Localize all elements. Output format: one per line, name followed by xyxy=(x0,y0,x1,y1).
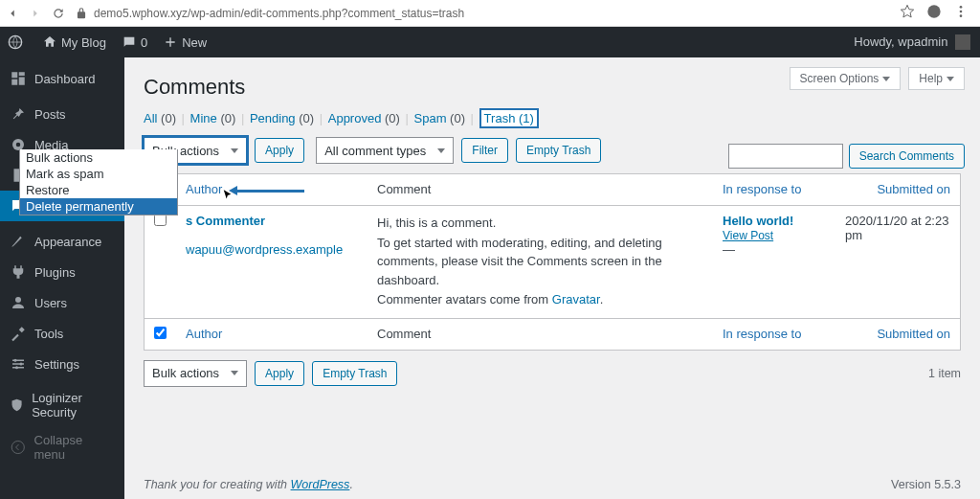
search-input[interactable] xyxy=(728,144,843,169)
svg-point-0 xyxy=(927,5,940,17)
select-all-footer[interactable] xyxy=(145,318,176,350)
bulk-option-spam[interactable]: Mark as spam xyxy=(20,166,177,182)
chevron-down-icon xyxy=(231,371,238,375)
col-date-footer[interactable]: Submitted on xyxy=(835,318,960,350)
comments-bubble[interactable]: 0 xyxy=(114,27,155,57)
svg-point-13 xyxy=(15,366,18,369)
tools-icon xyxy=(10,325,27,342)
row-checkbox[interactable] xyxy=(145,206,176,318)
profile-icon[interactable] xyxy=(926,4,942,22)
sidebar-item-collapse[interactable]: Collapse menu xyxy=(0,426,124,468)
response-title-link[interactable]: Hello world! xyxy=(723,214,793,228)
lock-icon xyxy=(75,7,88,20)
settings-icon xyxy=(10,355,27,373)
col-date[interactable]: Submitted on xyxy=(835,174,960,206)
back-icon[interactable] xyxy=(6,7,19,20)
svg-point-3 xyxy=(960,14,963,17)
apply-button-bottom[interactable]: Apply xyxy=(255,361,304,386)
svg-point-11 xyxy=(14,359,17,362)
filter-pending[interactable]: Pending xyxy=(250,111,296,125)
admin-footer: Thank you for creating with WordPress. V… xyxy=(144,470,961,499)
chevron-down-icon xyxy=(437,148,445,153)
filter-approved[interactable]: Approved xyxy=(328,111,382,125)
filter-spam[interactable]: Spam xyxy=(414,111,447,125)
chevron-down-icon xyxy=(947,77,954,81)
svg-point-12 xyxy=(20,363,23,366)
bulk-option-delete-permanently[interactable]: Delete permanently xyxy=(20,198,177,215)
sidebar-item-users[interactable]: Users xyxy=(0,287,124,318)
svg-point-2 xyxy=(960,11,963,13)
gravatar-link[interactable]: Gravatar xyxy=(552,292,600,306)
svg-point-7 xyxy=(15,297,21,303)
row-date: 2020/11/20 at 2:23 pm xyxy=(835,206,960,318)
pin-icon xyxy=(10,105,27,123)
row-comment: Hi, this is a comment. To get started wi… xyxy=(368,206,713,318)
col-comment: Comment xyxy=(368,174,713,206)
svg-point-6 xyxy=(16,143,21,147)
shield-icon xyxy=(10,397,24,414)
row-author: s Commenter ...org wapuu@wordpress.examp… xyxy=(176,206,368,318)
brush-icon xyxy=(10,233,27,250)
view-post-link[interactable]: View Post xyxy=(723,229,773,242)
bulk-option-default[interactable]: Bulk actions xyxy=(20,149,177,166)
status-filters: All (0) | Mine (0) | Pending (0) | Appro… xyxy=(144,111,961,125)
chevron-down-icon xyxy=(231,148,238,153)
sidebar-item-tools[interactable]: Tools xyxy=(0,318,124,349)
bulk-actions-select-bottom[interactable]: Bulk actions xyxy=(144,360,247,387)
screen-options-button[interactable]: Screen Options xyxy=(790,67,902,90)
bulk-actions-dropdown: Bulk actions Mark as spam Restore Delete… xyxy=(19,149,178,215)
sidebar-item-loginizer[interactable]: Loginizer Security xyxy=(0,384,124,426)
filter-all[interactable]: All xyxy=(144,111,157,125)
sidebar-item-appearance[interactable]: Appearance xyxy=(0,226,124,257)
author-email-link[interactable]: wapuu@wordpress.example xyxy=(186,242,343,257)
plugin-icon xyxy=(10,263,27,281)
col-comment-footer: Comment xyxy=(368,318,713,350)
howdy-account[interactable]: Howdy, wpadmin xyxy=(844,34,980,51)
sidebar-item-dashboard[interactable]: Dashboard xyxy=(0,63,124,94)
star-icon[interactable] xyxy=(900,4,915,22)
search-comments-button[interactable]: Search Comments xyxy=(849,144,965,169)
col-response-footer[interactable]: In response to xyxy=(713,318,835,350)
url-text[interactable]: demo5.wphow.xyz/wp-admin/edit-comments.p… xyxy=(94,7,464,20)
reload-icon[interactable] xyxy=(52,7,65,20)
empty-trash-button[interactable]: Empty Trash xyxy=(516,138,601,163)
avatar-icon xyxy=(955,34,970,50)
bulk-option-restore[interactable]: Restore xyxy=(20,182,177,198)
new-content[interactable]: New xyxy=(155,27,214,57)
admin-menu: Dashboard Posts Media Pages Comments App… xyxy=(0,57,124,499)
filter-trash-current[interactable]: Trash (1) xyxy=(479,108,539,128)
sidebar-item-plugins[interactable]: Plugins xyxy=(0,257,124,287)
sidebar-item-settings[interactable]: Settings xyxy=(0,349,124,379)
filter-mine[interactable]: Mine xyxy=(190,111,217,125)
version-text: Version 5.5.3 xyxy=(891,478,961,491)
filter-button[interactable]: Filter xyxy=(461,138,508,163)
table-row: s Commenter ...org wapuu@wordpress.examp… xyxy=(145,206,960,318)
col-author[interactable]: Author xyxy=(176,174,368,206)
comments-table: Author Comment In response to Submitted … xyxy=(144,173,961,351)
items-count-bottom: 1 item xyxy=(928,367,961,380)
empty-trash-button-bottom[interactable]: Empty Trash xyxy=(312,361,397,386)
col-response[interactable]: In response to xyxy=(713,174,835,206)
svg-point-1 xyxy=(960,6,963,9)
col-author-footer[interactable]: Author xyxy=(176,318,368,350)
sidebar-item-posts[interactable]: Posts xyxy=(0,99,124,129)
forward-icon[interactable] xyxy=(29,7,42,20)
content-area: Screen Options Help Comments All (0) | M… xyxy=(124,57,980,499)
wp-logo[interactable] xyxy=(0,27,34,57)
browser-chrome: demo5.wphow.xyz/wp-admin/edit-comments.p… xyxy=(0,0,980,27)
apply-button[interactable]: Apply xyxy=(255,138,304,163)
svg-point-14 xyxy=(11,441,24,453)
site-name[interactable]: My Blog xyxy=(34,27,114,57)
chevron-down-icon xyxy=(882,77,890,81)
tablenav-bottom: Bulk actions Apply Empty Trash 1 item xyxy=(144,356,961,391)
wp-admin-bar: My Blog 0 New Howdy, wpadmin xyxy=(0,27,980,57)
comment-types-select[interactable]: All comment types xyxy=(316,137,454,164)
dashboard-icon xyxy=(10,70,27,87)
collapse-icon xyxy=(10,439,27,456)
author-name-link[interactable]: s Commenter xyxy=(186,214,265,228)
help-button[interactable]: Help xyxy=(908,67,965,90)
users-icon xyxy=(10,294,27,311)
wordpress-link[interactable]: WordPress xyxy=(291,478,350,491)
row-response: Hello world! View Post — xyxy=(713,206,835,318)
menu-dots-icon[interactable] xyxy=(953,4,969,22)
